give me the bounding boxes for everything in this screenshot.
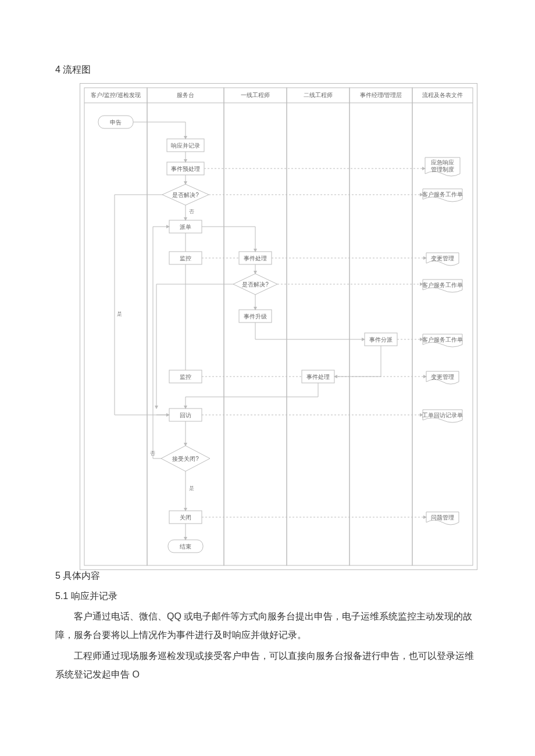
svg-text:派单: 派单 [180, 224, 191, 230]
svg-text:响应并记录: 响应并记录 [171, 142, 200, 149]
lane-header-3: 二线工程师 [304, 92, 333, 98]
doc-svc2: 客户服务工作单 [422, 280, 463, 292]
lane-header-4: 事件经理/管理层 [360, 92, 402, 98]
lane-header-2: 一线工程师 [241, 92, 270, 98]
node-assign: 事件分派 [365, 333, 397, 346]
paragraph-1: 客户通过电话、微信、QQ 或电子邮件等方式向服务台提出申告，电子运维系统监控主动… [55, 607, 480, 644]
node-end: 结束 [168, 540, 203, 553]
svg-text:申告: 申告 [110, 119, 122, 126]
node-pre: 事件预处理 [167, 162, 204, 175]
node-dispatch: 派单 [169, 220, 202, 233]
svg-text:管理制度: 管理制度 [431, 166, 454, 173]
svg-text:应急响应: 应急响应 [431, 159, 454, 166]
node-monitor2: 监控 [169, 370, 202, 383]
svg-text:事件处理: 事件处理 [244, 255, 267, 261]
lane-header-1: 服务台 [177, 92, 194, 98]
svg-text:否: 否 [150, 450, 155, 456]
doc-chg2: 变更管理 [426, 371, 459, 384]
node-respond: 响应并记录 [167, 139, 204, 152]
svg-rect-0 [80, 84, 477, 570]
svg-text:接受关闭?: 接受关闭? [172, 456, 199, 462]
svg-text:关闭: 关闭 [180, 514, 191, 521]
lane-header-5: 流程及各表文件 [422, 92, 463, 98]
node-start: 申告 [98, 116, 133, 128]
heading-5-1: 5.1 响应并记录 [55, 590, 480, 603]
doc-visit: 工单回访记录单 [422, 410, 463, 422]
node-escalate: 事件升级 [239, 310, 272, 323]
edges: 否 是 [115, 122, 426, 540]
svg-text:事件预处理: 事件预处理 [171, 166, 200, 172]
node-visit: 回访 [169, 409, 202, 421]
heading-5: 5 具体内容 [55, 570, 480, 582]
svg-text:是否解决?: 是否解决? [242, 281, 269, 288]
svg-rect-1 [84, 88, 147, 565]
svg-text:客户服务工作单: 客户服务工作单 [422, 336, 463, 343]
lanes: 客户/监控/巡检发现 服务台 一线工程师 二线工程师 事件经理/管理层 流程及各… [84, 88, 473, 565]
svg-text:事件升级: 事件升级 [244, 313, 267, 320]
node-close: 关闭 [169, 511, 202, 524]
node-solved2: 是否解决? [233, 274, 277, 295]
svg-text:否: 否 [189, 209, 194, 214]
svg-text:事件处理: 事件处理 [306, 374, 330, 380]
node-handle1: 事件处理 [239, 252, 272, 264]
svg-text:变更管理: 变更管理 [431, 374, 454, 380]
svg-text:是: 是 [189, 485, 194, 491]
page: 4 流程图 客户/监控/巡检发现 服务台 一线工程师 二线工程师 事件 [0, 0, 535, 721]
svg-rect-5 [349, 88, 412, 565]
svg-text:变更管理: 变更管理 [431, 255, 454, 261]
doc-svc1: 客户服务工作单 [422, 189, 463, 202]
svg-text:结束: 结束 [180, 543, 191, 550]
svg-text:客户服务工作单: 客户服务工作单 [422, 282, 463, 288]
flowchart-container: 客户/监控/巡检发现 服务台 一线工程师 二线工程师 事件经理/管理层 流程及各… [80, 83, 480, 570]
doc-svc3: 客户服务工作单 [422, 334, 463, 347]
svg-text:是: 是 [117, 311, 122, 317]
svg-rect-4 [287, 88, 349, 565]
svg-text:事件分派: 事件分派 [369, 336, 393, 343]
svg-text:问题管理: 问题管理 [431, 514, 454, 521]
svg-text:工单回访记录单: 工单回访记录单 [422, 412, 463, 418]
node-close-q: 接受关闭? [161, 446, 210, 471]
svg-text:监控: 监控 [180, 255, 191, 261]
doc-emerg: 应急响应 管理制度 [425, 157, 460, 176]
paragraph-2: 工程师通过现场服务巡检发现或接受客户申告，可以直接向服务台报备进行申告，也可以登… [55, 647, 480, 684]
svg-text:客户服务工作单: 客户服务工作单 [422, 191, 463, 198]
svg-text:回访: 回访 [180, 412, 191, 418]
doc-chg1: 变更管理 [426, 253, 459, 266]
doc-issue: 问题管理 [426, 512, 459, 525]
node-handle2: 事件处理 [302, 370, 334, 383]
svg-text:监控: 监控 [180, 374, 191, 380]
node-solved1: 是否解决? [162, 184, 209, 205]
node-monitor1: 监控 [169, 252, 202, 264]
svg-text:是否解决?: 是否解决? [172, 192, 199, 198]
flowchart-svg: 客户/监控/巡检发现 服务台 一线工程师 二线工程师 事件经理/管理层 流程及各… [80, 83, 477, 570]
heading-4: 4 流程图 [55, 64, 480, 76]
lane-header-0: 客户/监控/巡检发现 [91, 92, 141, 98]
